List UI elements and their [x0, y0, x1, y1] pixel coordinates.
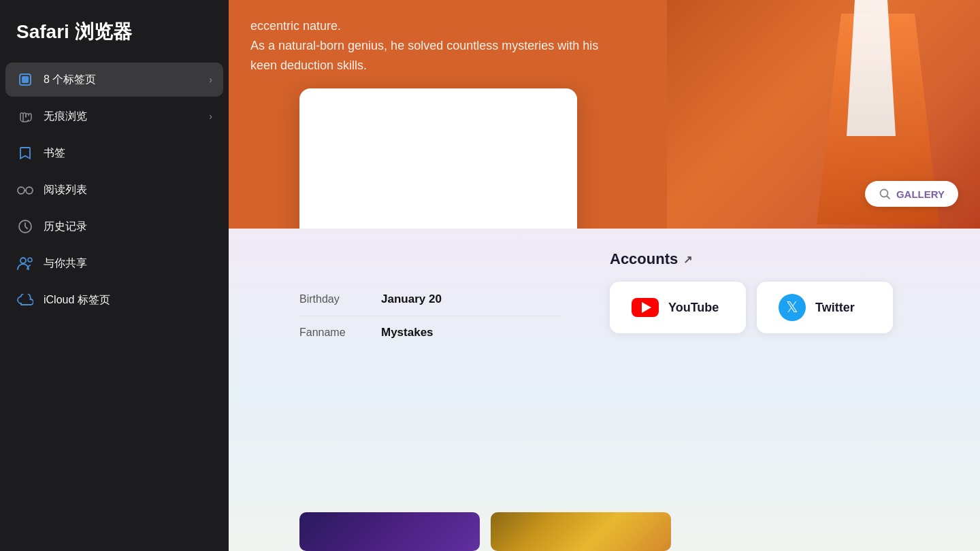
bookmark-icon: [16, 144, 34, 162]
sidebar-item-reading[interactable]: 阅读列表: [5, 173, 223, 207]
fanname-row: Fanname Mystakes: [299, 316, 561, 349]
sidebar-item-tabs-label: 8 个标签页: [44, 73, 199, 87]
sidebar-item-icloud[interactable]: iCloud 标签页: [5, 283, 223, 317]
sidebar-item-private-label: 无痕浏览: [44, 110, 199, 124]
thumbnail-2[interactable]: [491, 512, 671, 551]
cloud-icon: [16, 291, 34, 309]
sidebar-item-bookmarks[interactable]: 书签: [5, 136, 223, 170]
svg-line-8: [887, 197, 889, 199]
sidebar-item-tabs[interactable]: 8 个标签页 ›: [5, 63, 223, 97]
tabs-icon: [16, 71, 34, 88]
chevron-right-icon-2: ›: [209, 111, 212, 122]
thumbnail-1[interactable]: [299, 512, 480, 551]
accounts-title: Accounts ↗: [610, 250, 953, 268]
svg-point-5: [20, 258, 26, 263]
twitter-label: Twitter: [815, 301, 855, 315]
youtube-card[interactable]: YouTube: [610, 282, 746, 333]
left-content: Birthday January 20 Fanname Mystakes: [229, 229, 583, 551]
sidebar-item-private[interactable]: 无痕浏览 ›: [5, 99, 223, 133]
chevron-right-icon: ›: [209, 74, 212, 85]
main-content: eccentric nature. As a natural-born geni…: [229, 0, 980, 551]
svg-point-7: [880, 190, 887, 197]
info-card: [299, 88, 577, 229]
sidebar-item-icloud-label: iCloud 标签页: [44, 293, 212, 307]
birthday-value: January 20: [381, 293, 442, 306]
accounts-grid: YouTube 𝕏 Twitter: [610, 282, 953, 333]
birthday-row: Birthday January 20: [299, 283, 561, 316]
hero-section: eccentric nature. As a natural-born geni…: [229, 0, 980, 229]
clock-icon: [16, 218, 34, 235]
sidebar-item-shared-label: 与你共享: [44, 256, 212, 271]
gallery-button[interactable]: GALLERY: [865, 181, 958, 207]
svg-point-2: [18, 187, 24, 194]
content-area: Birthday January 20 Fanname Mystakes Acc…: [229, 229, 980, 551]
fanname-value: Mystakes: [381, 326, 434, 339]
youtube-icon: [632, 298, 659, 317]
sidebar-item-bookmarks-label: 书签: [44, 146, 212, 161]
sidebar: Safari 浏览器 8 个标签页 › 无痕浏览 › 书签: [0, 0, 229, 551]
people-icon: [16, 254, 34, 272]
hand-icon: [16, 107, 34, 125]
thumbnails: [299, 512, 671, 551]
svg-rect-1: [22, 76, 29, 83]
svg-point-3: [26, 187, 33, 194]
twitter-icon: 𝕏: [779, 294, 806, 321]
youtube-label: YouTube: [668, 301, 719, 315]
hero-text: eccentric nature. As a natural-born geni…: [229, 0, 623, 91]
birthday-label: Birthday: [299, 293, 381, 305]
right-content: Accounts ↗ YouTube 𝕏 Twitter: [583, 229, 980, 551]
sidebar-item-shared[interactable]: 与你共享: [5, 246, 223, 280]
gallery-label: GALLERY: [896, 188, 945, 200]
twitter-card[interactable]: 𝕏 Twitter: [757, 282, 893, 333]
sidebar-item-reading-label: 阅读列表: [44, 183, 212, 197]
external-link-icon: ↗: [683, 253, 692, 266]
sidebar-title: Safari 浏览器: [0, 0, 229, 61]
glasses-icon: [16, 181, 34, 199]
fanname-label: Fanname: [299, 327, 381, 339]
svg-point-6: [28, 258, 32, 262]
sidebar-item-history-label: 历史记录: [44, 220, 212, 234]
hero-description: eccentric nature. As a natural-born geni…: [250, 16, 602, 75]
search-icon: [879, 188, 891, 200]
sidebar-item-history[interactable]: 历史记录: [5, 210, 223, 244]
